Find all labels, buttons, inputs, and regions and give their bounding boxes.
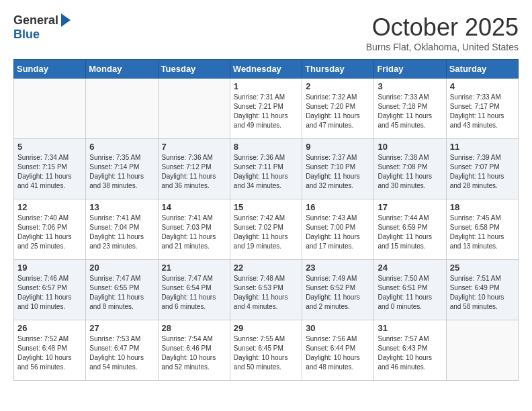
calendar-cell	[158, 79, 230, 139]
day-info: Sunrise: 7:47 AM Sunset: 6:54 PM Dayligh…	[162, 274, 226, 312]
day-number: 19	[17, 263, 82, 273]
calendar-cell: 25Sunrise: 7:51 AM Sunset: 6:49 PM Dayli…	[446, 260, 518, 320]
day-number: 14	[162, 202, 226, 212]
calendar-cell: 4Sunrise: 7:33 AM Sunset: 7:17 PM Daylig…	[446, 79, 518, 139]
calendar-cell: 5Sunrise: 7:34 AM Sunset: 7:15 PM Daylig…	[14, 139, 86, 199]
calendar-cell	[14, 79, 86, 139]
calendar-cell	[86, 79, 158, 139]
weekday-header: Thursday	[302, 60, 374, 79]
calendar-cell: 18Sunrise: 7:45 AM Sunset: 6:58 PM Dayli…	[446, 199, 518, 260]
day-info: Sunrise: 7:47 AM Sunset: 6:55 PM Dayligh…	[89, 274, 154, 312]
day-number: 9	[306, 142, 370, 152]
day-info: Sunrise: 7:56 AM Sunset: 6:44 PM Dayligh…	[306, 334, 370, 372]
weekday-header: Sunday	[14, 60, 86, 79]
weekday-header: Monday	[86, 60, 158, 79]
calendar-cell: 22Sunrise: 7:48 AM Sunset: 6:53 PM Dayli…	[230, 260, 302, 320]
month-title: October 2025	[366, 13, 519, 42]
day-info: Sunrise: 7:48 AM Sunset: 6:53 PM Dayligh…	[234, 274, 298, 312]
calendar-cell: 6Sunrise: 7:35 AM Sunset: 7:14 PM Daylig…	[86, 139, 158, 199]
calendar-cell: 23Sunrise: 7:49 AM Sunset: 6:52 PM Dayli…	[302, 260, 374, 320]
calendar-cell: 1Sunrise: 7:31 AM Sunset: 7:21 PM Daylig…	[230, 79, 302, 139]
logo-blue: Blue	[13, 28, 40, 42]
calendar-cell: 9Sunrise: 7:37 AM Sunset: 7:10 PM Daylig…	[302, 139, 374, 199]
day-number: 5	[17, 142, 82, 152]
day-info: Sunrise: 7:54 AM Sunset: 6:46 PM Dayligh…	[162, 334, 226, 372]
calendar-cell: 10Sunrise: 7:38 AM Sunset: 7:08 PM Dayli…	[374, 139, 446, 199]
day-number: 3	[378, 81, 442, 91]
day-info: Sunrise: 7:41 AM Sunset: 7:03 PM Dayligh…	[162, 214, 226, 251]
day-number: 2	[306, 81, 370, 91]
calendar-cell: 21Sunrise: 7:47 AM Sunset: 6:54 PM Dayli…	[158, 260, 230, 320]
day-number: 24	[378, 263, 442, 273]
logo-general: General	[13, 13, 58, 28]
day-info: Sunrise: 7:52 AM Sunset: 6:48 PM Dayligh…	[17, 334, 82, 372]
calendar-cell: 16Sunrise: 7:43 AM Sunset: 7:00 PM Dayli…	[302, 199, 374, 260]
day-number: 8	[234, 142, 298, 152]
location: Burns Flat, Oklahoma, United States	[366, 42, 519, 52]
day-number: 13	[89, 202, 154, 212]
logo: General Blue	[13, 13, 71, 42]
day-number: 18	[450, 202, 515, 212]
day-info: Sunrise: 7:36 AM Sunset: 7:11 PM Dayligh…	[234, 153, 298, 191]
weekday-header: Wednesday	[230, 60, 302, 79]
calendar-cell: 3Sunrise: 7:33 AM Sunset: 7:18 PM Daylig…	[374, 79, 446, 139]
day-number: 17	[378, 202, 442, 212]
calendar-week-row: 5Sunrise: 7:34 AM Sunset: 7:15 PM Daylig…	[14, 139, 519, 199]
day-number: 30	[306, 323, 370, 333]
calendar-week-row: 19Sunrise: 7:46 AM Sunset: 6:57 PM Dayli…	[14, 260, 519, 320]
day-number: 25	[450, 263, 515, 273]
calendar-cell: 31Sunrise: 7:57 AM Sunset: 6:43 PM Dayli…	[374, 320, 446, 381]
day-number: 23	[306, 263, 370, 273]
day-info: Sunrise: 7:55 AM Sunset: 6:45 PM Dayligh…	[234, 334, 298, 372]
calendar-cell: 20Sunrise: 7:47 AM Sunset: 6:55 PM Dayli…	[86, 260, 158, 320]
day-info: Sunrise: 7:45 AM Sunset: 6:58 PM Dayligh…	[450, 214, 515, 251]
calendar-week-row: 26Sunrise: 7:52 AM Sunset: 6:48 PM Dayli…	[14, 320, 519, 381]
day-info: Sunrise: 7:53 AM Sunset: 6:47 PM Dayligh…	[89, 334, 154, 372]
calendar-cell: 14Sunrise: 7:41 AM Sunset: 7:03 PM Dayli…	[158, 199, 230, 260]
weekday-header: Saturday	[446, 60, 518, 79]
day-number: 29	[234, 323, 298, 333]
calendar-week-row: 1Sunrise: 7:31 AM Sunset: 7:21 PM Daylig…	[14, 79, 519, 139]
day-info: Sunrise: 7:40 AM Sunset: 7:06 PM Dayligh…	[17, 214, 82, 251]
day-info: Sunrise: 7:39 AM Sunset: 7:07 PM Dayligh…	[450, 153, 515, 191]
day-info: Sunrise: 7:41 AM Sunset: 7:04 PM Dayligh…	[89, 214, 154, 251]
day-info: Sunrise: 7:35 AM Sunset: 7:14 PM Dayligh…	[89, 153, 154, 191]
calendar-cell: 11Sunrise: 7:39 AM Sunset: 7:07 PM Dayli…	[446, 139, 518, 199]
day-info: Sunrise: 7:51 AM Sunset: 6:49 PM Dayligh…	[450, 274, 515, 312]
day-info: Sunrise: 7:50 AM Sunset: 6:51 PM Dayligh…	[378, 274, 442, 312]
day-number: 21	[162, 263, 226, 273]
day-info: Sunrise: 7:38 AM Sunset: 7:08 PM Dayligh…	[378, 153, 442, 191]
day-info: Sunrise: 7:31 AM Sunset: 7:21 PM Dayligh…	[234, 93, 298, 130]
calendar-cell: 19Sunrise: 7:46 AM Sunset: 6:57 PM Dayli…	[14, 260, 86, 320]
day-number: 10	[378, 142, 442, 152]
calendar-cell: 24Sunrise: 7:50 AM Sunset: 6:51 PM Dayli…	[374, 260, 446, 320]
day-number: 11	[450, 142, 515, 152]
calendar-cell: 2Sunrise: 7:32 AM Sunset: 7:20 PM Daylig…	[302, 79, 374, 139]
day-info: Sunrise: 7:57 AM Sunset: 6:43 PM Dayligh…	[378, 334, 442, 372]
day-info: Sunrise: 7:33 AM Sunset: 7:18 PM Dayligh…	[378, 93, 442, 130]
day-info: Sunrise: 7:36 AM Sunset: 7:12 PM Dayligh…	[162, 153, 226, 191]
day-info: Sunrise: 7:33 AM Sunset: 7:17 PM Dayligh…	[450, 93, 515, 130]
day-number: 6	[89, 142, 154, 152]
day-number: 15	[234, 202, 298, 212]
logo-arrow-icon	[61, 13, 71, 27]
calendar-table: SundayMondayTuesdayWednesdayThursdayFrid…	[13, 59, 519, 381]
calendar-cell: 26Sunrise: 7:52 AM Sunset: 6:48 PM Dayli…	[14, 320, 86, 381]
day-info: Sunrise: 7:49 AM Sunset: 6:52 PM Dayligh…	[306, 274, 370, 312]
weekday-header: Tuesday	[158, 60, 230, 79]
weekday-header: Friday	[374, 60, 446, 79]
calendar-week-row: 12Sunrise: 7:40 AM Sunset: 7:06 PM Dayli…	[14, 199, 519, 260]
day-info: Sunrise: 7:34 AM Sunset: 7:15 PM Dayligh…	[17, 153, 82, 191]
calendar-cell: 17Sunrise: 7:44 AM Sunset: 6:59 PM Dayli…	[374, 199, 446, 260]
day-info: Sunrise: 7:43 AM Sunset: 7:00 PM Dayligh…	[306, 214, 370, 251]
day-number: 22	[234, 263, 298, 273]
day-number: 12	[17, 202, 82, 212]
day-number: 1	[234, 81, 298, 91]
day-info: Sunrise: 7:46 AM Sunset: 6:57 PM Dayligh…	[17, 274, 82, 312]
weekday-header-row: SundayMondayTuesdayWednesdayThursdayFrid…	[14, 60, 519, 79]
day-info: Sunrise: 7:44 AM Sunset: 6:59 PM Dayligh…	[378, 214, 442, 251]
page-header: General Blue October 2025 Burns Flat, Ok…	[13, 13, 519, 52]
day-number: 20	[89, 263, 154, 273]
calendar-cell: 29Sunrise: 7:55 AM Sunset: 6:45 PM Dayli…	[230, 320, 302, 381]
day-number: 16	[306, 202, 370, 212]
